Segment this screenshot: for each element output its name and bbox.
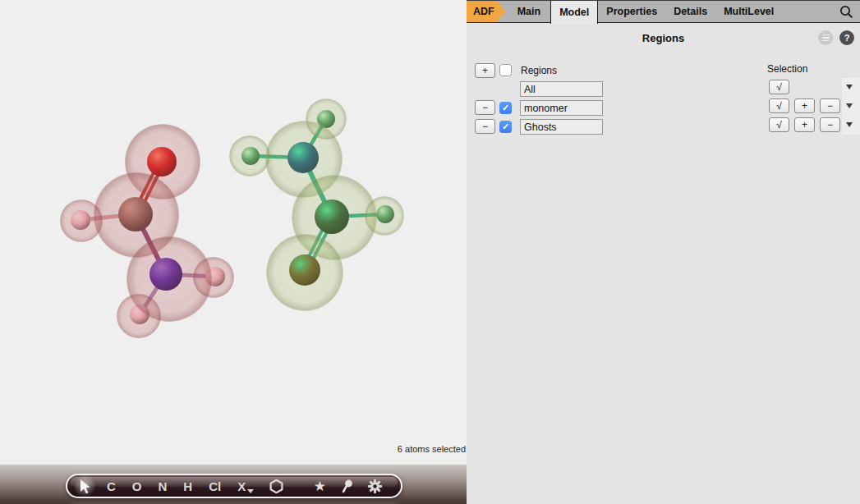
selection-column-label: Selection: [767, 63, 807, 75]
selection-dropdown-monomer[interactable]: [846, 103, 853, 108]
select-tool-button[interactable]: [74, 475, 95, 497]
settings-panel: ADF Main Model Properties Details MultiL…: [467, 0, 860, 504]
regions-column-label: Regions: [521, 65, 557, 76]
pointer-tool-button[interactable]: [339, 479, 354, 494]
selection-halo: [306, 99, 347, 140]
search-button[interactable]: [839, 4, 854, 20]
tab-model[interactable]: Model: [550, 1, 598, 24]
tab-details[interactable]: Details: [665, 1, 715, 22]
settings-button[interactable]: [367, 479, 383, 494]
element-button-H[interactable]: H: [183, 479, 192, 493]
regions-panel: Regions ? + Regions Selection √ − ✓ √ + …: [467, 24, 860, 504]
selection-halo: [117, 294, 161, 338]
selection-remove-button-monomer[interactable]: −: [820, 99, 840, 113]
tab-adf[interactable]: ADF: [467, 1, 506, 22]
element-button-C[interactable]: C: [107, 479, 116, 493]
remove-region-button-ghosts[interactable]: −: [475, 119, 495, 134]
selection-dropdown-ghosts[interactable]: [846, 122, 853, 127]
pin-icon: [339, 479, 354, 494]
selection-halo: [60, 199, 103, 242]
adfinput-window: 6 atoms selected C O N H Cl X: [0, 0, 860, 504]
selection-remove-button-ghosts[interactable]: −: [820, 117, 840, 132]
selection-halo: [229, 135, 270, 176]
selection-check-button-ghosts[interactable]: √: [769, 117, 789, 132]
add-region-button[interactable]: +: [475, 63, 495, 78]
tab-multilevel[interactable]: MultiLevel: [715, 1, 782, 22]
molecule-viewer[interactable]: 6 atoms selected C O N H Cl X: [0, 0, 467, 504]
gear-icon: [367, 479, 383, 494]
page-title: Regions: [467, 32, 860, 44]
selection-dropdown-all[interactable]: [846, 85, 853, 89]
ring-tool-button[interactable]: [269, 479, 284, 494]
help-button[interactable]: ?: [839, 30, 854, 45]
element-button-N[interactable]: N: [159, 479, 168, 493]
selection-check-button-monomer[interactable]: √: [769, 99, 789, 113]
tab-properties[interactable]: Properties: [598, 1, 665, 22]
regions-header-checkbox[interactable]: [499, 64, 512, 76]
region-checkbox-ghosts[interactable]: ✓: [499, 121, 512, 133]
region-name-input-ghosts[interactable]: [520, 119, 603, 135]
favorites-button[interactable]: ★: [314, 479, 326, 493]
chevron-down-icon: [247, 489, 254, 493]
selection-halo: [365, 196, 404, 236]
molecule-canvas[interactable]: [0, 0, 467, 504]
status-text: 6 atoms selected: [398, 444, 466, 454]
benzene-ring-icon: [269, 479, 284, 494]
region-name-input-all[interactable]: [520, 81, 603, 97]
region-checkbox-monomer[interactable]: ✓: [499, 102, 512, 114]
menu-button[interactable]: [818, 30, 833, 45]
selection-add-button-monomer[interactable]: +: [794, 99, 815, 113]
selection-halo: [193, 257, 234, 298]
remove-region-button-monomer[interactable]: −: [475, 100, 495, 115]
region-name-input-monomer[interactable]: [520, 100, 603, 116]
element-toolbar: C O N H Cl X ★: [66, 474, 402, 498]
element-button-X[interactable]: X: [237, 479, 254, 493]
selection-halo: [266, 234, 343, 311]
element-button-O[interactable]: O: [132, 479, 142, 493]
search-icon: [839, 4, 854, 20]
selection-add-button-ghosts[interactable]: +: [794, 117, 815, 132]
toolbar-strip: C O N H Cl X ★: [0, 465, 467, 504]
tab-bar: ADF Main Model Properties Details MultiL…: [467, 0, 860, 23]
cursor-icon: [77, 479, 92, 494]
element-button-Cl[interactable]: Cl: [209, 479, 221, 493]
tab-main[interactable]: Main: [508, 1, 550, 22]
star-icon: ★: [314, 479, 326, 493]
selection-check-button-all[interactable]: √: [769, 80, 789, 94]
